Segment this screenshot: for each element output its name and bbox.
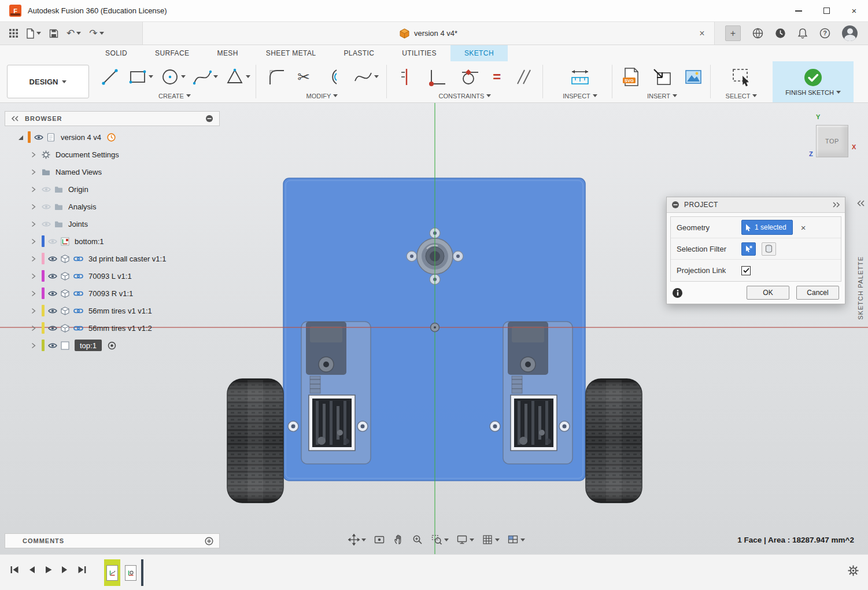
insert-svg-button[interactable]: SVG	[620, 65, 642, 89]
expand-caret-icon[interactable]	[31, 169, 42, 175]
expand-caret-icon[interactable]	[31, 186, 42, 193]
browser-row-bottom-sketch[interactable]: bottom:1	[5, 233, 220, 250]
parallel-constraint-button[interactable]	[512, 66, 533, 88]
timeline-sketch-feature-2[interactable]	[125, 565, 136, 581]
browser-row-ball-caster[interactable]: 3d print ball caster v1:1	[5, 250, 220, 267]
clear-selection-button[interactable]: ×	[801, 223, 806, 233]
browser-row-joints[interactable]: Joints	[5, 215, 220, 233]
body-filter-button[interactable]	[762, 242, 776, 256]
document-tab[interactable]: version 4 v4* ×	[142, 22, 715, 45]
comments-bar[interactable]: COMMENTS	[5, 533, 220, 548]
user-avatar[interactable]	[842, 25, 858, 41]
expand-caret-icon[interactable]	[31, 273, 42, 279]
browser-row-analysis[interactable]: Analysis	[5, 198, 220, 215]
notifications-button[interactable]	[797, 28, 808, 39]
inspect-group-label[interactable]: INSPECT	[548, 91, 612, 101]
pan-button[interactable]	[393, 534, 404, 545]
add-comment-icon[interactable]	[205, 537, 213, 545]
coincident-constraint-button[interactable]	[427, 66, 448, 88]
tab-surface[interactable]: SURFACE	[141, 45, 203, 61]
visibility-eye-icon[interactable]	[48, 325, 61, 331]
go-to-start-button[interactable]	[9, 565, 20, 574]
insert-derive-button[interactable]	[651, 65, 673, 89]
browser-row-56mm-tires-1[interactable]: 56mm tires v1 v1:1	[5, 302, 220, 319]
expand-caret-icon[interactable]	[31, 308, 42, 314]
line-tool-button[interactable]	[98, 65, 121, 89]
design-workspace-menu[interactable]: DESIGN	[7, 65, 89, 98]
visibility-eye-icon[interactable]	[48, 290, 61, 297]
timeline-settings-button[interactable]	[848, 565, 859, 578]
project-dialog-header[interactable]: PROJECT	[667, 197, 845, 213]
sketch-palette-tab[interactable]: SKETCH PALETTE	[854, 200, 867, 320]
info-icon[interactable]	[673, 288, 682, 298]
zoom-button[interactable]	[412, 534, 423, 545]
extensions-button[interactable]	[752, 28, 763, 39]
equal-constraint-button[interactable]: =	[492, 69, 501, 84]
undo-button[interactable]: ↶	[67, 28, 81, 38]
job-status-button[interactable]	[775, 28, 786, 39]
browser-row-top-sketch[interactable]: top:1	[5, 337, 220, 354]
polygon-tool-button[interactable]	[223, 65, 251, 89]
dialog-collapse-icon[interactable]	[671, 201, 679, 209]
viewports-button[interactable]	[507, 534, 525, 545]
sketch-origin-point[interactable]	[431, 323, 439, 332]
expand-caret-icon[interactable]	[31, 342, 42, 349]
tab-utilities[interactable]: UTILITIES	[388, 45, 450, 61]
expand-caret-icon[interactable]	[31, 152, 42, 158]
look-at-button[interactable]	[374, 534, 385, 545]
visibility-eye-icon[interactable]	[48, 342, 61, 349]
browser-row-document-settings[interactable]: Document Settings	[5, 146, 220, 163]
visibility-eye-icon[interactable]	[34, 134, 47, 141]
insert-canvas-button[interactable]	[682, 65, 704, 89]
select-group-label[interactable]: SELECT	[714, 91, 769, 101]
cancel-button[interactable]: Cancel	[796, 286, 839, 300]
step-back-button[interactable]	[28, 565, 36, 574]
expand-caret-icon[interactable]	[31, 204, 42, 210]
finish-sketch-button[interactable]: FINISH SKETCH	[773, 61, 854, 102]
expand-palette-icon[interactable]	[856, 200, 865, 207]
projection-link-checkbox[interactable]	[741, 266, 751, 275]
tab-sketch[interactable]: SKETCH	[450, 45, 508, 61]
expand-caret-icon[interactable]	[31, 256, 42, 262]
browser-row-root[interactable]: version 4 v4	[5, 128, 220, 146]
measure-tool-button[interactable]	[568, 65, 592, 89]
timeline-sketch-feature-1[interactable]	[106, 565, 118, 581]
display-settings-button[interactable]	[456, 534, 474, 545]
browser-row-56mm-tires-2[interactable]: 56mm tires v1 v1:2	[5, 319, 220, 337]
visibility-eye-icon[interactable]	[48, 308, 61, 314]
ok-button[interactable]: OK	[747, 286, 789, 300]
visibility-eye-icon[interactable]	[48, 238, 61, 245]
vertical-constraint-button[interactable]	[397, 66, 416, 88]
rectangle-tool-button[interactable]	[126, 65, 154, 89]
viewport-canvas[interactable]: BROWSER version 4 v4 Document Settings	[0, 103, 868, 554]
geometry-selection-button[interactable]: 1 selected	[741, 220, 793, 235]
viewcube[interactable]: TOP	[816, 125, 848, 157]
select-tool-button[interactable]	[729, 65, 754, 89]
app-grid-button[interactable]	[9, 29, 18, 38]
fillet-tool-button[interactable]	[265, 65, 288, 89]
visibility-eye-icon[interactable]	[42, 221, 54, 227]
grid-snap-button[interactable]	[482, 534, 500, 545]
redo-button[interactable]: ↷	[89, 28, 104, 38]
browser-row-origin[interactable]: Origin	[5, 180, 220, 198]
maximize-button[interactable]	[812, 0, 840, 21]
select-faces-filter-button[interactable]	[741, 242, 756, 256]
save-button[interactable]	[49, 29, 58, 38]
visibility-eye-icon[interactable]	[42, 204, 54, 210]
tab-solid[interactable]: SOLID	[91, 45, 141, 61]
go-to-end-button[interactable]	[77, 565, 87, 574]
insert-group-label[interactable]: INSERT	[615, 91, 709, 101]
new-tab-button[interactable]: +	[725, 25, 741, 41]
trim-tool-button[interactable]: ✂	[297, 69, 311, 85]
minimize-button[interactable]	[785, 0, 812, 21]
collapse-panel-icon[interactable]	[11, 116, 19, 121]
visibility-eye-icon[interactable]	[42, 186, 54, 193]
tab-plastic[interactable]: PLASTIC	[330, 45, 388, 61]
visibility-eye-icon[interactable]	[48, 273, 61, 279]
orbit-button[interactable]	[348, 534, 366, 545]
browser-row-70093-R[interactable]: 70093 R v1:1	[5, 285, 220, 302]
spline-tool-button[interactable]	[191, 65, 219, 89]
dialog-dock-icon[interactable]	[832, 202, 840, 208]
expand-caret-icon[interactable]	[31, 290, 42, 297]
expand-caret-icon[interactable]	[17, 134, 28, 141]
